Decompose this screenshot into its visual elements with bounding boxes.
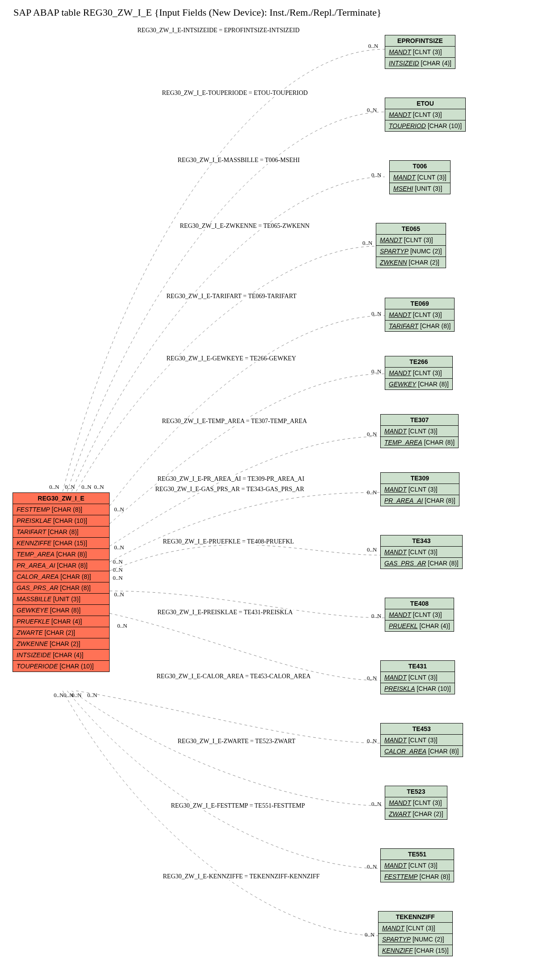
field-row: TARIFART [CHAR (8)]	[13, 526, 109, 538]
edge-label: REG30_ZW_I_E-MASSBILLE = T006-MSEHI	[177, 157, 301, 164]
entity-eprofintsize: EPROFINTSIZEMANDT [CLNT (3)]INTSIZEID [C…	[385, 35, 455, 69]
cardinality: 0..N	[367, 107, 377, 114]
cardinality: 0..N	[371, 612, 381, 620]
field-row: ZWARTE [CHAR (2)]	[13, 627, 109, 638]
entity-header: TE307	[381, 415, 458, 426]
cardinality: 0..N	[49, 484, 59, 491]
field-row: MANDT [CLNT (3)]	[385, 47, 455, 58]
entity-header: TE069	[385, 298, 454, 309]
entity-t006: T006MANDT [CLNT (3)]MSEHI [UNIT (3)]	[389, 160, 451, 194]
field-row: TEMP_AREA [CHAR (8)]	[381, 437, 458, 448]
cardinality: 0..N	[371, 310, 381, 317]
field-row: PR_AREA_AI [CHAR (8)]	[13, 560, 109, 571]
entity-header: REG30_ZW_I_E	[13, 493, 109, 504]
entity-etou: ETOUMANDT [CLNT (3)]TOUPERIOD [CHAR (10)…	[385, 98, 466, 132]
entity-header: TE309	[381, 473, 459, 484]
entity-te551: TE551MANDT [CLNT (3)]FESTTEMP [CHAR (8)]	[380, 848, 454, 882]
cardinality: 0..N	[362, 240, 372, 247]
field-row: MANDT [CLNT (3)]	[385, 109, 465, 120]
edge-label: REG30_ZW_I_E-ZWARTE = TE523-ZWART	[177, 738, 296, 745]
field-row: CALOR_AREA [CHAR (8)]	[381, 746, 463, 757]
entity-header: TE551	[381, 849, 454, 860]
entity-header: TE523	[385, 786, 447, 797]
edge-label: REG30_ZW_I_E-FESTTEMP = TE551-FESTTEMP	[170, 802, 306, 809]
edge-label: REG30_ZW_I_E-INTSIZEIDE = EPROFINTSIZE-I…	[136, 27, 301, 34]
edge-label: REG30_ZW_I_E-ZWKENNE = TE065-ZWKENN	[179, 223, 310, 230]
entity-header: TE266	[385, 356, 452, 368]
edge-label: REG30_ZW_I_E-PREISKLAE = TE431-PREISKLA	[157, 609, 293, 616]
edge-label: REG30_ZW_I_E-PRUEFKLE = TE408-PRUEFKL	[162, 538, 295, 545]
cardinality: 0..N	[114, 544, 124, 551]
entity-te307: TE307MANDT [CLNT (3)]TEMP_AREA [CHAR (8)…	[380, 414, 459, 448]
cardinality: 0..N	[117, 622, 127, 629]
field-row: KENNZIFFE [CHAR (15)]	[13, 538, 109, 549]
entity-te343: TE343MANDT [CLNT (3)]GAS_PRS_AR [CHAR (8…	[380, 535, 463, 569]
field-row: GAS_PRS_AR [CHAR (8)]	[13, 582, 109, 594]
field-row: ZWART [CHAR (2)]	[385, 809, 447, 819]
edge-label: REG30_ZW_I_E-TOUPERIODE = ETOU-TOUPERIOD	[161, 90, 309, 97]
edge-label: REG30_ZW_I_E-KENNZIFFE = TEKENNZIFF-KENN…	[162, 873, 321, 880]
entity-te069: TE069MANDT [CLNT (3)]TARIFART [CHAR (8)]	[385, 298, 455, 332]
cardinality: 0..N	[371, 368, 381, 375]
field-row: MANDT [CLNT (3)]	[381, 484, 459, 495]
cardinality: 0..N	[365, 931, 374, 938]
cardinality: 0..N	[94, 484, 104, 491]
cardinality: 0..N	[65, 484, 75, 491]
field-row: MANDT [CLNT (3)]	[385, 797, 447, 809]
field-row: MANDT [CLNT (3)]	[381, 860, 454, 871]
cardinality: 0..N	[367, 489, 377, 496]
cardinality: 0..N	[54, 692, 64, 699]
edge-label: REG30_ZW_I_E-GEWKEYE = TE266-GEWKEY	[166, 355, 297, 362]
entity-header: TE343	[381, 535, 462, 547]
cardinality: 0..N	[113, 566, 123, 573]
field-row: MANDT [CLNT (3)]	[390, 172, 450, 183]
entity-te309: TE309MANDT [CLNT (3)]PR_AREA_AI [CHAR (8…	[380, 472, 459, 506]
field-row: SPARTYP [NUMC (2)]	[376, 246, 446, 257]
cardinality: 0..N	[367, 737, 377, 745]
field-row: INTSIZEIDE [CHAR (4)]	[13, 650, 109, 661]
field-row: PREISKLAE [CHAR (10)]	[13, 515, 109, 526]
field-row: PRUEFKL [CHAR (4)]	[385, 621, 454, 631]
cardinality: 0..N	[87, 692, 97, 699]
cardinality: 0..N	[367, 546, 377, 553]
field-row: ZWKENNE [CHAR (2)]	[13, 638, 109, 650]
entity-te408: TE408MANDT [CLNT (3)]PRUEFKL [CHAR (4)]	[385, 598, 454, 632]
entity-header: TE431	[381, 661, 455, 672]
field-row: PREISKLA [CHAR (10)]	[381, 683, 455, 694]
entity-te453: TE453MANDT [CLNT (3)]CALOR_AREA [CHAR (8…	[380, 723, 463, 757]
field-row: MANDT [CLNT (3)]	[385, 309, 454, 321]
field-row: FESTTEMP [CHAR (8)]	[381, 871, 454, 882]
field-row: CALOR_AREA [CHAR (8)]	[13, 571, 109, 582]
cardinality: 0..N	[114, 591, 124, 598]
field-row: PRUEFKLE [CHAR (4)]	[13, 616, 109, 627]
entity-te431: TE431MANDT [CLNT (3)]PREISKLA [CHAR (10)…	[380, 660, 455, 694]
edge-label: REG30_ZW_I_E-TEMP_AREA = TE307-TEMP_AREA	[161, 418, 308, 425]
entity-header: ETOU	[385, 98, 465, 109]
field-row: FESTTEMP [CHAR (8)]	[13, 504, 109, 515]
field-row: MANDT [CLNT (3)]	[381, 547, 462, 558]
field-row: TEMP_AREA [CHAR (8)]	[13, 549, 109, 560]
field-row: MANDT [CLNT (3)]	[376, 235, 446, 246]
cardinality: 0..N	[81, 484, 91, 491]
cardinality: 0..N	[367, 863, 377, 870]
entity-header: TE065	[376, 223, 446, 235]
entity-main: REG30_ZW_I_E FESTTEMP [CHAR (8)] PREISKL…	[13, 492, 110, 672]
edge-label: REG30_ZW_I_E-CALOR_AREA = TE453-CALOR_AR…	[156, 673, 311, 680]
field-row: SPARTYP [NUMC (2)]	[378, 934, 452, 945]
field-row: MANDT [CLNT (3)]	[381, 735, 463, 746]
cardinality: 0..N	[367, 431, 377, 438]
field-row: MASSBILLE [UNIT (3)]	[13, 594, 109, 605]
field-row: INTSIZEID [CHAR (4)]	[385, 58, 455, 68]
cardinality: 0..N	[368, 43, 378, 50]
edge-label: REG30_ZW_I_E-GAS_PRS_AR = TE343-GAS_PRS_…	[154, 486, 305, 493]
edge-label: REG30_ZW_I_E-TARIFART = TE069-TARIFART	[166, 293, 298, 300]
field-row: MANDT [CLNT (3)]	[378, 923, 452, 934]
field-row: TOUPERIODE [CHAR (10)]	[13, 661, 109, 672]
field-row: MSEHI [UNIT (3)]	[390, 183, 450, 194]
entity-te065: TE065MANDT [CLNT (3)]SPARTYP [NUMC (2)]Z…	[376, 223, 446, 268]
field-row: MANDT [CLNT (3)]	[381, 672, 455, 683]
entity-header: TEKENNZIFF	[378, 912, 452, 923]
cardinality: 0..N	[72, 692, 81, 699]
field-row: KENNZIFF [CHAR (15)]	[378, 945, 452, 956]
field-row: MANDT [CLNT (3)]	[385, 609, 454, 621]
